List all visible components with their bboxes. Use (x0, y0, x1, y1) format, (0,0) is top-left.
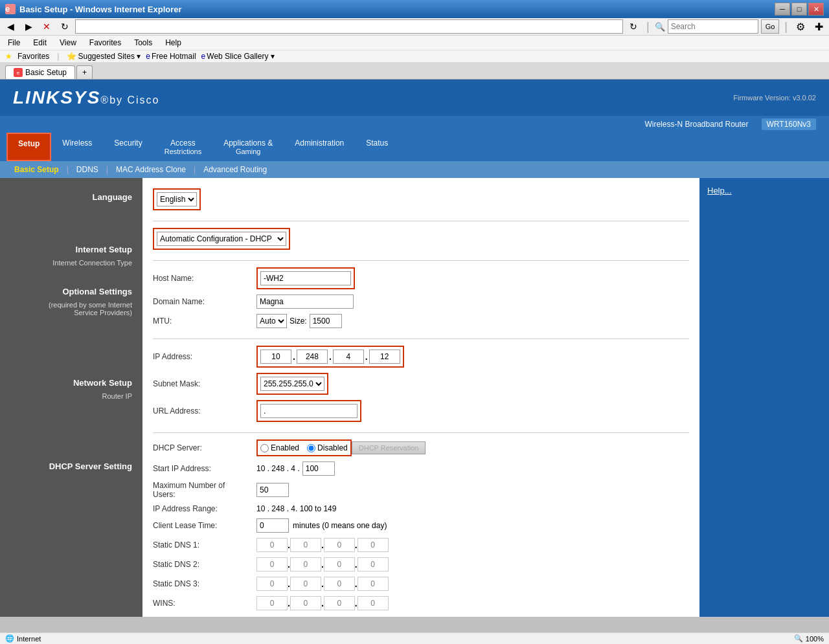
sub-tab-mac[interactable]: MAC Address Clone (108, 161, 194, 178)
menu-view[interactable]: View (57, 37, 79, 49)
tools-icon[interactable]: ⚙ (793, 19, 808, 34)
menu-favorites[interactable]: Favorites (87, 37, 124, 49)
url-box (256, 400, 361, 422)
url-label: URL Address: (153, 406, 256, 416)
stop-button[interactable]: ✕ (39, 19, 54, 34)
sidebar-network-title: Network Setup (0, 370, 142, 390)
sub-tab-ddns[interactable]: DDNS (69, 161, 106, 178)
language-select[interactable]: English (157, 192, 197, 206)
dhcp-server-row: DHCP Server: Enabled Disabled DHCP Reser… (153, 439, 689, 456)
help-link[interactable]: Help... (707, 186, 732, 195)
dns2-o1[interactable] (256, 557, 288, 572)
lease-row: Client Lease Time: minutes (0 means one … (153, 518, 689, 533)
close-button[interactable]: ✕ (808, 3, 824, 16)
ip-sep-1: . (293, 351, 295, 362)
fav-suggested[interactable]: ⭐ Suggested Sites ▾ (67, 52, 141, 61)
nav-tab-wireless[interactable]: Wireless (51, 133, 103, 161)
tab-basic-setup[interactable]: e Basic Setup (5, 65, 75, 79)
window-icon: e (5, 4, 16, 14)
menu-edit[interactable]: Edit (30, 37, 49, 49)
dhcp-enabled-label[interactable]: Enabled (260, 443, 299, 452)
refresh-button[interactable]: ↻ (57, 19, 73, 34)
domain-input[interactable] (256, 294, 354, 309)
go-button[interactable]: Go (761, 19, 780, 34)
dns2-o4[interactable] (358, 557, 389, 572)
tab-new[interactable]: + (76, 65, 93, 79)
ip-octet3[interactable] (333, 350, 364, 364)
connection-type-select[interactable]: Automatic Configuration - DHCP (157, 232, 286, 246)
dhcp-reservation-button[interactable]: DHCP Reservation (352, 441, 426, 454)
hostname-input[interactable] (260, 271, 351, 285)
ip-range-value: 10 . 248 . 4. 100 to 149 (256, 504, 336, 513)
dhcp-disabled-label[interactable]: Disabled (307, 443, 348, 452)
nav-tab-access-line1: Access (165, 139, 201, 148)
fav-suggested-label: Suggested Sites ▾ (78, 52, 141, 61)
search-input[interactable] (668, 19, 758, 34)
nav-tab-access[interactable]: Access Restrictions (153, 133, 212, 161)
nav-tab-security-label: Security (114, 139, 142, 148)
minimize-button[interactable]: ─ (775, 3, 790, 16)
max-users-input[interactable] (256, 483, 289, 497)
nav-tab-admin[interactable]: Administration (284, 133, 355, 161)
menu-file[interactable]: File (5, 37, 23, 49)
nav-tab-status[interactable]: Status (355, 133, 399, 161)
ip-octet2[interactable] (297, 350, 328, 364)
hostname-field (256, 267, 355, 289)
dns1-o1[interactable] (256, 538, 288, 552)
start-ip-input[interactable] (302, 461, 335, 476)
dns1-o4[interactable] (358, 538, 389, 552)
ip-range-row: IP Address Range: 10 . 248 . 4. 100 to 1… (153, 504, 689, 513)
back-button[interactable]: ◀ (3, 19, 18, 34)
ip-octet1[interactable] (260, 350, 291, 364)
maximize-button[interactable]: □ (791, 3, 807, 16)
go-refresh-btn[interactable]: ↻ (626, 19, 641, 34)
wins-o2[interactable] (290, 596, 321, 610)
menu-help[interactable]: Help (163, 37, 184, 49)
dns2-o2[interactable] (290, 557, 321, 572)
dns2-label: Static DNS 2: (153, 560, 256, 569)
wins-o3[interactable] (324, 596, 355, 610)
ip-octet4[interactable] (369, 350, 400, 364)
lease-input[interactable] (256, 518, 289, 533)
wins-o4[interactable] (358, 596, 389, 610)
fav-webslice[interactable]: e Web Slice Gallery ▾ (201, 52, 275, 61)
sub-tabs: Basic Setup | DDNS | MAC Address Clone |… (0, 161, 829, 178)
dhcp-enabled-radio[interactable] (260, 444, 269, 452)
start-ip-label: Start IP Address: (153, 464, 256, 473)
url-input[interactable] (260, 404, 358, 418)
fav-hotmail-label: Free Hotmail (152, 52, 196, 61)
nav-tab-setup[interactable]: Setup (6, 133, 51, 161)
forward-button[interactable]: ▶ (21, 19, 36, 34)
max-users-label: Maximum Number ofUsers: (153, 481, 256, 499)
dns2-row: Static DNS 2: . . . (153, 557, 689, 572)
dns3-o4[interactable] (358, 577, 389, 591)
dns3-o3[interactable] (324, 577, 355, 591)
dns1-o3[interactable] (324, 538, 355, 552)
add-icon[interactable]: ✚ (811, 19, 826, 34)
sub-tab-advanced[interactable]: Advanced Routing (196, 161, 275, 178)
dns3-o2[interactable] (290, 577, 321, 591)
router-header: LINKSYS®by Cisco Firmware Version: v3.0.… (0, 80, 829, 116)
fav-sep: | (57, 52, 59, 61)
linksys-suffix: ®by Cisco (100, 94, 159, 105)
dns1-o2[interactable] (290, 538, 321, 552)
subnet-select[interactable]: 255.255.255.0 (260, 377, 324, 391)
nav-tab-security[interactable]: Security (103, 133, 153, 161)
fav-hotmail[interactable]: e Free Hotmail (146, 52, 196, 61)
search-icon: 🔍 (655, 22, 665, 32)
sub-tab-basic[interactable]: Basic Setup (6, 161, 67, 178)
address-bar[interactable]: http://10.248.4.12/ (75, 19, 623, 34)
dhcp-disabled-radio[interactable] (307, 444, 315, 452)
browser-tabs: e Basic Setup + (0, 63, 829, 80)
size-label: Size: (290, 316, 307, 326)
wins-o1[interactable] (256, 596, 288, 610)
menu-tools[interactable]: Tools (131, 37, 155, 49)
dns2-o3[interactable] (324, 557, 355, 572)
mtu-select[interactable]: Auto (256, 314, 287, 328)
dns3-label: Static DNS 3: (153, 579, 256, 588)
dns3-o1[interactable] (256, 577, 288, 591)
dns1-row: Static DNS 1: . . . (153, 538, 689, 552)
dhcp-radio-box: Enabled Disabled (256, 439, 352, 456)
mtu-size-input[interactable] (310, 314, 342, 328)
nav-tab-applications[interactable]: Applications & Gaming (212, 133, 284, 161)
